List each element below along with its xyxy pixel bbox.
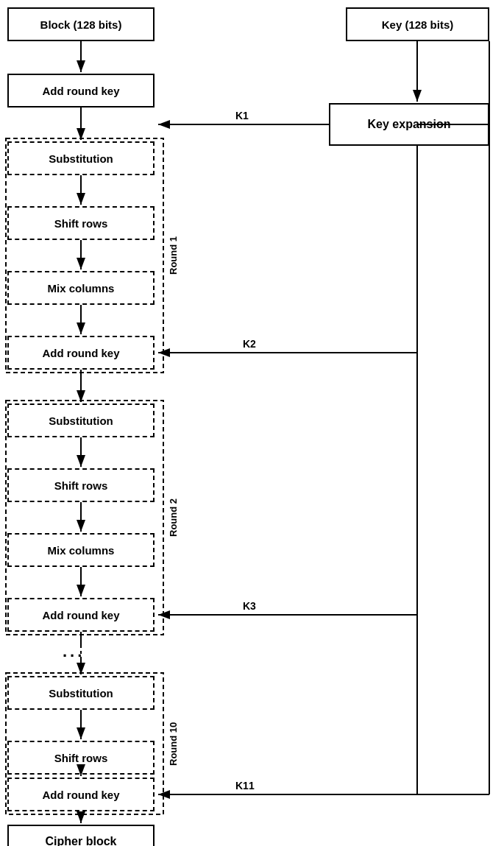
key-input-box: Key (128 bits) [346,7,489,41]
block-input-box: Block (128 bits) [7,7,155,41]
add-round-key-1-box: Add round key [7,336,155,370]
k3-label: K3 [243,600,256,612]
ellipsis: ··· [63,646,85,666]
round-1-label: Round 1 [166,141,180,370]
k2-label: K2 [243,338,256,350]
cipher-block-box: Cipher block [7,825,155,846]
aes-diagram: Block (128 bits) Key (128 bits) Add roun… [0,0,504,846]
shift-rows-1-box: Shift rows [7,206,155,240]
add-round-key-10-box: Add round key [7,778,155,811]
k1-label: K1 [235,110,249,121]
substitution-1-box: Substitution [7,141,155,175]
add-round-key-0-box: Add round key [7,74,155,107]
k11-label: K11 [235,780,255,792]
add-round-key-2-box: Add round key [7,598,155,632]
mix-columns-2-box: Mix columns [7,533,155,567]
mix-columns-1-box: Mix columns [7,271,155,305]
shift-rows-2-box: Shift rows [7,468,155,502]
shift-rows-10-box: Shift rows [7,741,155,775]
substitution-2-box: Substitution [7,403,155,437]
key-expansion-box: Key expansion [329,103,489,146]
round-2-label: Round 2 [166,403,180,632]
substitution-10-box: Substitution [7,676,155,710]
round-10-label: Round 10 [166,676,180,811]
